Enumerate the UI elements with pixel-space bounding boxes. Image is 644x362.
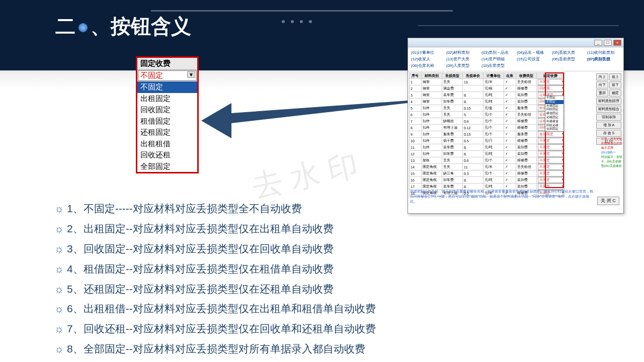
watermark: 去 水 印 <box>249 145 362 208</box>
category-tag[interactable]: (13)资产大类 <box>445 56 480 62</box>
table-row[interactable]: 1钢管丢失13.元/米丢失赔偿不固定 <box>410 79 565 85</box>
bullet-item: 3、回收固定--对应材料对应丢损类型仅在回收单自动收费 <box>54 239 376 259</box>
table-row[interactable]: 6扣件丢失5.元/个丢失赔偿还租固定 <box>410 112 565 118</box>
bullet-item: 6、出租租借--对应材料对应丢损类型仅在出租单和租借单自动收费 <box>54 299 376 319</box>
side-button[interactable]: 材料类别排序 <box>596 98 621 105</box>
bullet-item: 1、不固定-----对应材料对应丢损类型全不自动收费 <box>54 199 376 219</box>
dropdown-zoom: 固定收费 不固定 不固定出租固定回收固定租借固定还租固定出租租借回收还租全部固定 <box>136 56 199 173</box>
minimize-button[interactable]: _ <box>594 40 602 46</box>
bullet-list: 1、不固定-----对应材料对应丢损类型全不自动收费2、出租固定--对应材料对应… <box>54 199 376 359</box>
side-button[interactable]: 确定 <box>609 89 621 97</box>
category-tag[interactable]: (09)入库类型 <box>445 62 480 69</box>
category-tag[interactable]: (07)类别丢损 <box>586 56 621 62</box>
dropdown-option[interactable]: 出租固定 <box>137 93 197 105</box>
category-tag[interactable]: (05)丢损大类 <box>551 49 586 56</box>
side-button[interactable]: 存 盘 S <box>596 130 621 137</box>
category-tag[interactable]: (03)类别－品名 <box>480 49 516 56</box>
svg-marker-0 <box>201 101 412 138</box>
table-row[interactable]: 2钢管调直费.元/根维修费回收固... <box>410 85 565 92</box>
category-tag[interactable]: (11)收付款类别 <box>586 49 621 56</box>
side-button[interactable]: 最下 <box>609 81 621 88</box>
table-row[interactable]: 13架板丢失0.6元/个维修费不固定 <box>410 157 565 164</box>
close-button[interactable]: × <box>613 40 621 46</box>
table-row[interactable]: 3钢管装车费8.元/吨装卸费出租固定 <box>410 92 565 99</box>
table-row[interactable]: 8扣件有理上油0.12元/个维修费回收还租 <box>410 125 565 131</box>
side-button[interactable]: 最上 <box>609 73 621 80</box>
table-row[interactable]: 16固定角模卸车费8.元/吨装卸费不固定 <box>410 177 565 184</box>
category-tag[interactable]: (04)品名－规格 <box>516 49 551 56</box>
dropdown-option[interactable]: 不固定 <box>137 81 197 93</box>
arrow-annotation <box>201 96 413 143</box>
table-row[interactable]: 7扣件缺螺丝0.6元/个维修费出租租借 <box>410 118 565 125</box>
table-row[interactable]: 15固定角模缺三角0.3元/个维修费不固定 <box>410 170 565 177</box>
dropdown-option[interactable]: 全部固定 <box>137 161 197 172</box>
table-row[interactable]: 4钢管卸车费8.元/吨装卸费回收固定 <box>410 99 565 105</box>
table-row[interactable]: 12扣件卸车费8.元/吨装卸费不固定 <box>410 151 565 157</box>
dropdown-option[interactable]: 租借固定 <box>137 116 197 127</box>
category-tags: (01)计量单位(02)材料类别(03)类别－品名(04)品名－规格(05)丢损… <box>408 47 623 71</box>
dropdown-option[interactable]: 回收还租 <box>137 149 197 161</box>
window-titlebar: _ □ × <box>408 38 623 47</box>
table-row[interactable]: 11扣件装车费8.元/吨装卸费不固定 <box>410 144 565 151</box>
close-panel-button[interactable]: 关 闭 C <box>597 197 619 205</box>
category-tag[interactable]: (06)丢损类型 <box>551 56 586 62</box>
category-tag[interactable]: (12)收发人 <box>410 56 445 62</box>
dropdown-selected[interactable]: 不固定 <box>138 70 197 81</box>
bullet-item: 2、出租固定--对应材料对应丢损类型仅在出租单自动收费 <box>54 219 376 239</box>
app-window: _ □ × (01)计量单位(02)材料类别(03)类别－品名(04)品名－规格… <box>408 38 624 214</box>
maximize-button[interactable]: □ <box>604 40 612 46</box>
category-tag[interactable]: (02)材料类别 <box>445 49 480 56</box>
dropdown-option[interactable]: 出租租借 <box>137 138 197 150</box>
bullet-item: 7、回收还租--对应材料对应丢损类型仅在回收单和还租单自动收费 <box>54 319 376 339</box>
dropdown-list-inline[interactable]: 不固定不固定出租固定回收固定租借固定还租固定出租租借回收还租全部固定 <box>545 96 564 132</box>
table-row[interactable]: 10扣件烘干费0.5元/只维修费不固定 <box>410 138 565 144</box>
dropdown-header: 固定收费 <box>137 58 197 70</box>
side-notes: 注意：当无记忆的规格单位的功能才启用 (01)须统一 特别提示：按钮不...(0… <box>601 137 622 168</box>
footer-note: 自建初始公共丢损，请不要随意覆盖和修改名称。如果需要覆盖需要专用的丢损类别，请先… <box>410 189 593 204</box>
side-button[interactable]: 材料类别组合 <box>596 106 621 113</box>
category-tag[interactable]: (08)仓库名称 <box>410 62 445 69</box>
bullet-item: 5、还租固定--对应材料对应丢损类型仅在还租单自动收费 <box>54 279 376 299</box>
side-button[interactable]: 向上 <box>596 73 608 80</box>
slide-title: 二、按钮含义 <box>55 13 191 40</box>
bullet-item: 8、全部固定--对应材料对应丢损类型对所有单据录入都自动收费 <box>54 339 376 359</box>
category-tag[interactable]: (10)出库类型 <box>480 62 516 69</box>
dropdown-option[interactable]: 回收固定 <box>137 104 197 116</box>
category-tag[interactable]: (14)资产明细 <box>480 56 516 62</box>
side-button[interactable]: 向下 <box>596 81 608 88</box>
side-button[interactable]: 重排 <box>596 89 608 97</box>
dropdown-option[interactable]: 还租固定 <box>137 127 197 138</box>
side-button[interactable]: 强制添加 <box>596 114 621 121</box>
category-tag[interactable]: (01)计量单位 <box>410 49 445 56</box>
bullet-item: 4、租借固定--对应材料对应丢损类型仅在租借单自动收费 <box>54 259 376 279</box>
data-grid[interactable]: 序号材料类别丢损类型丢损单价计量单位在库收费类型固定收费1钢管丢失13.元/米丢… <box>409 72 565 197</box>
table-row[interactable]: 5扣件丢失0.15元/套服务费租借固定 <box>410 105 565 112</box>
side-button[interactable]: 增 加 A <box>596 122 621 129</box>
table-row[interactable]: 9扣件服务费0.15元/个服务费全部固定 <box>410 131 565 138</box>
category-tag[interactable]: (15)公司设置 <box>516 56 551 62</box>
table-row[interactable]: 14固定角模丢失11.元/米丢失赔偿不固定 <box>410 164 565 170</box>
